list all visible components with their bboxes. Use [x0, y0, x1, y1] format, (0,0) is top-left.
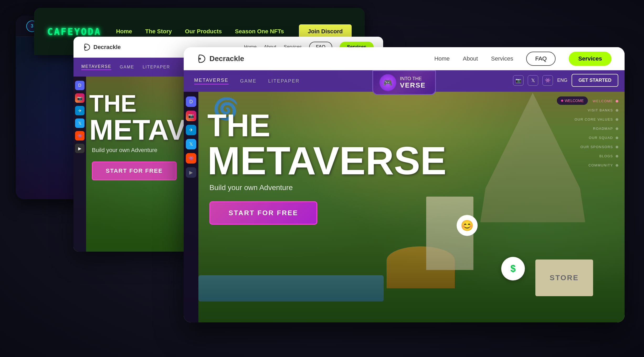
- main-rnav-banks[interactable]: VISIT BANKS: [588, 108, 618, 112]
- cafeyoda-nav-products[interactable]: Our Products: [185, 28, 222, 35]
- main-twitter-icon[interactable]: 𝕏: [528, 75, 538, 86]
- main-logo-text: Decrackle: [209, 55, 244, 63]
- main-title-metaverse: METAVERSE: [207, 141, 446, 180]
- main-nav-about[interactable]: About: [463, 55, 478, 62]
- back-logo-text: 3: [31, 23, 33, 29]
- main-other-btn[interactable]: ▶: [186, 167, 196, 178]
- cafeyoda-nav-nfts[interactable]: Season One NFTs: [235, 28, 284, 35]
- main-services-button[interactable]: Services: [569, 52, 611, 66]
- main-smiley-bubble: 😊: [457, 215, 478, 236]
- main-decrackle-card: Decrackle Home About Services FAQ Servic…: [184, 47, 625, 322]
- front-tab-metaverse[interactable]: METAVERSE: [81, 64, 111, 70]
- front-discord-btn[interactable]: D: [75, 81, 85, 90]
- main-dot-sponsors: [616, 146, 618, 148]
- main-reddit-icon[interactable]: 👾: [542, 75, 553, 86]
- main-title-the: THE: [207, 110, 446, 141]
- main-rnav-values[interactable]: OUR CORE VALUES: [574, 117, 618, 121]
- main-dot-banks: [616, 109, 618, 112]
- main-instagram-icon[interactable]: 📷: [513, 75, 524, 86]
- main-nav-services[interactable]: Services: [491, 55, 513, 62]
- front-start-button[interactable]: START FOR FREE: [92, 161, 177, 180]
- front-decrackle-text: Decrackle: [93, 44, 121, 51]
- main-reddit-btn[interactable]: 👾: [186, 153, 196, 164]
- tooltip-dot: [561, 100, 563, 102]
- main-tab-metaverse[interactable]: METAVERSE: [194, 78, 229, 84]
- main-right-nav: WELCOME VISIT BANKS OUR CORE VALUES ROAD…: [574, 99, 618, 301]
- main-rnav-roadmap[interactable]: ROADMAP: [593, 127, 618, 131]
- front-hero-tabs: METAVERSE GAME LITEPAPER: [81, 64, 170, 70]
- main-language-label: ENG: [557, 78, 567, 83]
- svg-point-0: [85, 46, 86, 48]
- tooltip-label: WELCOME: [565, 99, 584, 103]
- main-telegram-btn[interactable]: ✈: [186, 125, 196, 135]
- main-rnav-squad[interactable]: OUR SQUAD: [589, 136, 618, 140]
- main-nav: Home About Services FAQ Services: [260, 52, 611, 66]
- main-logo-icon: [197, 54, 207, 64]
- main-dot-squad: [616, 137, 618, 139]
- main-faq-button[interactable]: FAQ: [526, 52, 556, 66]
- join-discord-button[interactable]: Join Discord: [299, 24, 352, 39]
- front-other-btn[interactable]: ▶: [75, 144, 85, 153]
- front-tab-game[interactable]: GAME: [120, 65, 134, 69]
- front-telegram-btn[interactable]: ✈: [75, 106, 85, 115]
- front-reddit-btn[interactable]: 👾: [75, 131, 85, 140]
- main-rnav-community[interactable]: COMMUNITY: [588, 163, 618, 167]
- main-dot-blogs: [616, 155, 618, 158]
- main-dot-community: [616, 164, 618, 167]
- main-hero-right-nav: 📷 𝕏 👾 ENG GET STARTED: [513, 74, 618, 87]
- main-rnav-blogs[interactable]: BLOGS: [599, 154, 618, 158]
- main-dot-roadmap: [616, 127, 618, 130]
- main-hero-content: THE METAVERSE Build your own Adventure S…: [207, 110, 446, 225]
- main-into-verse-logo: 🎮 INTO THE VERSE: [372, 70, 436, 95]
- main-rnav-welcome[interactable]: WELCOME: [593, 99, 618, 103]
- main-twitter-btn[interactable]: 𝕏: [186, 139, 196, 149]
- main-navbar: Decrackle Home About Services FAQ Servic…: [184, 47, 625, 70]
- front-tab-litepaper[interactable]: LITEPAPER: [142, 65, 170, 69]
- front-decrackle-logo: Decrackle: [83, 43, 121, 51]
- main-tab-game[interactable]: GAME: [240, 78, 257, 84]
- main-subtitle: Build your own Adventure: [209, 183, 446, 192]
- cafeyoda-nav-story[interactable]: The Story: [145, 28, 172, 35]
- main-rnav-sponsors[interactable]: OUR SPONSORS: [580, 145, 618, 149]
- main-decrackle-logo: Decrackle: [197, 54, 249, 64]
- front-insta-btn[interactable]: 📷: [75, 93, 85, 103]
- main-nav-home[interactable]: Home: [434, 55, 450, 62]
- main-get-started-button[interactable]: GET STARTED: [572, 74, 618, 87]
- main-tab-litepaper[interactable]: LITEPAPER: [268, 78, 300, 84]
- main-start-button[interactable]: START FOR FREE: [209, 201, 317, 225]
- svg-point-1: [199, 58, 201, 59]
- cafeyoda-logo: CAFEYODA: [47, 26, 101, 37]
- cafeyoda-nav-home[interactable]: Home: [116, 28, 132, 35]
- decrackle-logo-icon: [83, 43, 91, 51]
- main-welcome-tooltip: WELCOME: [557, 96, 588, 105]
- main-hero: 🌀 METAVERSE GAME LITEPAPER 🎮 INTO THE VE…: [184, 70, 625, 322]
- main-dot-values: [616, 118, 618, 121]
- main-left-sidebar: D 📷 ✈ 𝕏 👾 ▶: [184, 92, 198, 322]
- main-verse-text: INTO THE VERSE: [400, 76, 426, 89]
- main-insta-btn[interactable]: 📷: [186, 111, 196, 121]
- cafeyoda-nav: Home The Story Our Products Season One N…: [114, 28, 286, 35]
- front-left-sidebar: D 📷 ✈ 𝕏 👾 ▶: [73, 77, 86, 252]
- front-twitter-btn[interactable]: 𝕏: [75, 118, 85, 128]
- main-hero-tabs: METAVERSE GAME LITEPAPER: [194, 78, 300, 84]
- main-dollar-bubble: $: [501, 257, 525, 280]
- main-verse-icon: 🎮: [379, 74, 396, 91]
- main-discord-btn[interactable]: D: [186, 96, 196, 107]
- main-dot-welcome: [616, 100, 618, 102]
- main-water: [198, 275, 384, 301]
